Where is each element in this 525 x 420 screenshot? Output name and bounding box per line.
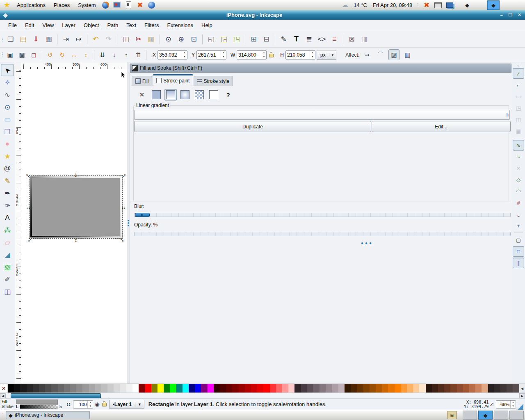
document-properties-button[interactable]: ◨	[358, 33, 370, 45]
tray-printer-icon[interactable]	[434, 1, 442, 9]
stroke-swatch[interactable]	[20, 404, 58, 409]
raise-button[interactable]: ↑	[121, 49, 132, 60]
copy-button[interactable]: ◫	[120, 33, 132, 45]
palette-swatch[interactable]	[214, 384, 220, 393]
palette-swatch[interactable]	[39, 384, 45, 393]
palette-swatch[interactable]	[107, 384, 114, 393]
tool-3d-box[interactable]: ❒	[1, 126, 14, 138]
selection-box[interactable]: ↔ ↔ ↔ ↔ ↕ ↕ ↔ ↔	[29, 175, 123, 239]
tool-node-editor[interactable]: ✧	[1, 76, 14, 89]
palette-swatch[interactable]	[257, 384, 263, 393]
palette-swatch[interactable]	[363, 384, 370, 393]
scroll-right-button[interactable]: ▶	[519, 393, 525, 398]
snap-paths-toggle[interactable]: ∼	[513, 151, 524, 162]
selection-handle-n[interactable]: ↕	[73, 171, 79, 178]
menu-layer[interactable]: Layer	[58, 20, 80, 30]
active-window-indicator[interactable]: ◆	[487, 0, 500, 10]
unlink-clone-button[interactable]: ◳	[231, 33, 242, 45]
palette-swatch[interactable]	[151, 384, 158, 393]
menu-text[interactable]: Text	[122, 20, 140, 30]
palette-scroll-left-button[interactable]: ◀	[519, 384, 525, 393]
palette-swatch[interactable]	[220, 384, 226, 393]
affect-gradients-toggle[interactable]: ▨	[388, 49, 399, 60]
palette-no-color[interactable]: ✕	[0, 384, 8, 393]
units-dropdown[interactable]: px▾	[317, 50, 336, 60]
tool-ellipse[interactable]: ●	[1, 138, 14, 150]
selection-handle-e[interactable]: ↔	[120, 204, 127, 210]
x-input[interactable]	[158, 51, 182, 59]
text-dialog-button[interactable]: T	[290, 33, 302, 45]
palette-swatch[interactable]	[126, 384, 132, 393]
paint-swatch-button[interactable]	[208, 89, 220, 100]
tool-zoom[interactable]: ⊙	[1, 101, 14, 113]
palette-swatch[interactable]	[370, 384, 376, 393]
tool-star[interactable]: ★	[1, 150, 14, 162]
palette-swatch[interactable]	[438, 384, 444, 393]
transform-dialog-button[interactable]: ⊠	[346, 33, 358, 45]
palette-swatch[interactable]	[475, 384, 482, 393]
gradient-selector-dropdown[interactable]: li	[134, 110, 510, 120]
palette-swatch[interactable]	[469, 384, 475, 393]
lock-ratio-icon[interactable]	[269, 54, 274, 57]
palette-swatch[interactable]	[82, 384, 89, 393]
palette-swatch[interactable]	[139, 384, 145, 393]
palette-swatch[interactable]	[226, 384, 232, 393]
menu-view[interactable]: View	[38, 20, 58, 30]
palette-swatch[interactable]	[270, 384, 276, 393]
tray-displays-icon[interactable]	[445, 1, 454, 9]
palette-swatch[interactable]	[145, 384, 151, 393]
paint-radial-gradient-button[interactable]	[179, 89, 191, 100]
selection-handle-s[interactable]: ↕	[73, 236, 79, 243]
palette-swatch[interactable]	[357, 384, 363, 393]
palette-swatch[interactable]	[189, 384, 195, 393]
select-all-button[interactable]: ▣	[5, 49, 16, 60]
raise-to-top-button[interactable]: ⇈	[132, 49, 144, 60]
palette-swatch[interactable]	[444, 384, 450, 393]
affect-rounded-corners-toggle[interactable]: ⌒	[375, 49, 386, 60]
w-input[interactable]	[237, 51, 261, 59]
palette-swatch[interactable]	[51, 384, 57, 393]
spinner-arrows[interactable]: ▲▼	[510, 401, 516, 408]
tool-tweak[interactable]: ∿	[1, 89, 14, 101]
edit-gradient-button[interactable]: Edit...	[372, 121, 511, 132]
tool-spiral[interactable]: @	[1, 162, 14, 175]
opacity-slider[interactable]	[134, 232, 511, 236]
palette-swatch[interactable]	[482, 384, 488, 393]
palette-swatch[interactable]	[338, 384, 345, 393]
y-field[interactable]: ▲▼	[196, 50, 226, 59]
snap-rotation-centers-toggle[interactable]: +	[513, 220, 524, 231]
selection-handle-w[interactable]: ↔	[25, 204, 32, 210]
tool-spray[interactable]: ⁂	[1, 224, 14, 236]
selected-rectangle[interactable]	[30, 176, 121, 237]
palette-swatch[interactable]	[245, 384, 251, 393]
palette-swatch[interactable]	[33, 384, 39, 393]
cut-button[interactable]: ✂	[132, 33, 144, 45]
workspace-1[interactable]	[463, 411, 477, 420]
snap-nodes-toggle[interactable]: ∿	[513, 140, 524, 151]
palette-swatch[interactable]	[419, 384, 425, 393]
paste-button[interactable]: ▥	[145, 33, 157, 45]
paint-none-button[interactable]: ✕	[136, 89, 148, 100]
tool-dropper[interactable]: ✐	[1, 273, 14, 285]
palette-swatch[interactable]	[500, 384, 507, 393]
thunderbird-launcher-icon[interactable]	[147, 1, 155, 9]
horizontal-ruler[interactable]: 400 500 600	[21, 62, 127, 69]
tool-calligraphy[interactable]: ✑	[1, 199, 14, 212]
xkill-launcher-icon[interactable]: ✖	[136, 1, 144, 9]
palette-swatch[interactable]	[170, 384, 176, 393]
palette-swatch[interactable]	[45, 384, 51, 393]
xml-editor-button[interactable]: <>	[316, 33, 328, 45]
tray-inkscape-icon[interactable]: ◆	[463, 1, 471, 9]
blur-slider[interactable]	[134, 213, 511, 217]
dialog-resize-handle[interactable]: ●●●	[361, 241, 373, 245]
create-clone-button[interactable]: ◲	[218, 33, 230, 45]
zoom-input[interactable]	[496, 401, 510, 408]
distro-menu-icon[interactable]: ★	[3, 1, 11, 9]
palette-swatch[interactable]	[8, 384, 14, 393]
tool-selector[interactable]: ➤	[1, 64, 14, 76]
align-distribute-button[interactable]: ≡	[329, 33, 340, 45]
palette-swatch[interactable]	[120, 384, 126, 393]
window-resize-grip[interactable]	[518, 404, 523, 410]
import-button[interactable]: ⇥	[60, 33, 72, 45]
palette-swatch[interactable]	[345, 384, 351, 393]
